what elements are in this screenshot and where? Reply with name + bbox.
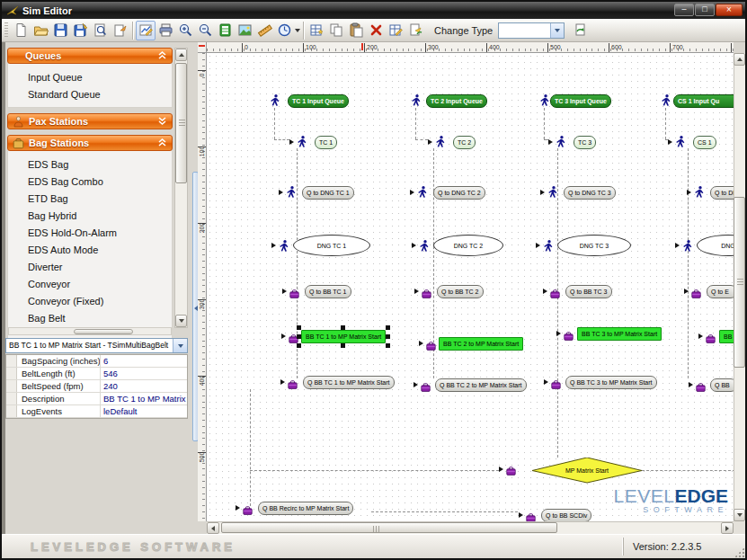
sidebar-header-pax-stations[interactable]: Pax Stations: [7, 113, 173, 129]
node-q-to-bb-tc-3[interactable]: Q to BB TC 3: [565, 285, 612, 298]
property-row-logevents[interactable]: LogEventsleDefault: [6, 405, 187, 418]
change-type-dropdown-button[interactable]: [550, 23, 564, 38]
sidebar-item-input-queue[interactable]: Input Queue: [8, 69, 172, 86]
chevron-up-icon[interactable]: [157, 50, 167, 62]
sidebar-item-conveyor[interactable]: Conveyor: [8, 276, 172, 293]
node-q-bb[interactable]: Q BB: [710, 378, 734, 392]
copy-button[interactable]: [326, 21, 346, 40]
sidebar-item-standard-queue[interactable]: Standard Queue: [8, 86, 172, 103]
canvas-hscroll-thumb[interactable]: [221, 522, 557, 533]
sidebar-item-diverter[interactable]: Diverter: [8, 259, 172, 276]
node-bb-cs[interactable]: BB CS: [719, 330, 734, 343]
change-type-combobox[interactable]: [498, 22, 565, 39]
node-tc-3[interactable]: TC 3: [574, 136, 596, 149]
node-dng[interactable]: DNG: [697, 235, 734, 256]
print-preview-button[interactable]: [90, 21, 110, 40]
canvas-scroll-left-button[interactable]: [207, 522, 219, 534]
node-q-to-e[interactable]: Q to E: [707, 285, 734, 298]
sidebar-list-hscrollbar[interactable]: [8, 327, 172, 335]
resize-grip[interactable]: [734, 547, 744, 557]
canvas-scroll-down-button[interactable]: [734, 509, 745, 521]
canvas-scroll-right-button[interactable]: [721, 522, 734, 534]
sidebar-item-eds-bag[interactable]: EDS Bag: [8, 156, 172, 173]
node-tc-1[interactable]: TC 1: [315, 136, 337, 149]
node-tc-2[interactable]: TC 2: [453, 136, 476, 149]
sim-time-button[interactable]: [274, 21, 294, 40]
property-row-bagspacing-inches[interactable]: BagSpacing (inches)6: [6, 355, 187, 368]
node-q-to-dng-tc-3[interactable]: Q to DNG TC 3: [564, 186, 616, 200]
node-dng-tc-2[interactable]: DNG TC 2: [433, 235, 503, 256]
selection-handle[interactable]: [297, 325, 301, 330]
open-button[interactable]: [31, 21, 50, 40]
node-dng-tc-3[interactable]: DNG TC 3: [557, 235, 631, 256]
sidebar-item-bag-belt[interactable]: Bag Belt: [8, 310, 172, 327]
node-cs-1-input-qu[interactable]: CS 1 Input Qu: [673, 94, 734, 108]
convert-page-button[interactable]: [405, 21, 425, 40]
canvas-vertical-scrollbar[interactable]: [734, 53, 745, 521]
sidebar-item-bag-hybrid[interactable]: Bag Hybrid: [8, 208, 172, 225]
sim-time-dropdown-caret[interactable]: [295, 29, 300, 32]
zoom-in-button[interactable]: [175, 21, 195, 40]
minimize-button[interactable]: –: [674, 4, 694, 16]
node-bb-tc-3-to-mp-matrix-start[interactable]: BB TC 3 to MP Matrix Start: [577, 327, 662, 341]
save-button[interactable]: [50, 21, 70, 40]
node-q-to-dng-tc-2[interactable]: Q to DNG TC 2: [433, 186, 485, 200]
sidebar-header-queues[interactable]: Queues: [7, 48, 173, 64]
node-q-bb-tc-1-to-mp-matrix-start[interactable]: Q BB TC 1 to MP Matrix Start: [303, 376, 395, 389]
node-mp-matrix-start[interactable]: MP Matrix Start: [532, 458, 642, 484]
sidebar-item-etd-bag[interactable]: ETD Bag: [8, 191, 172, 208]
save-as-button[interactable]: [70, 21, 90, 40]
property-value[interactable]: leDefault: [101, 405, 187, 417]
node-tc-3-input-queue[interactable]: TC 3 Input Queue: [550, 94, 611, 108]
canvas-scroll-up-button[interactable]: [734, 53, 745, 66]
measure-button[interactable]: [254, 21, 274, 40]
selected-object-dropdown-button[interactable]: [173, 339, 187, 352]
node-q-bb-tc-2-to-mp-matrix-start[interactable]: Q BB TC 2 to MP Matrix Start: [435, 378, 527, 392]
refresh-page-button[interactable]: [570, 21, 590, 40]
node-q-to-bb-tc-2[interactable]: Q to BB TC 2: [437, 285, 484, 298]
toolbar-grip[interactable]: [4, 22, 8, 39]
sidebar-item-eds-auto-mode[interactable]: EDS Auto Mode: [8, 242, 172, 259]
new-button[interactable]: [11, 21, 31, 40]
selection-handle[interactable]: [297, 343, 301, 348]
selection-handle[interactable]: [341, 325, 345, 330]
node-q-bb-recirc-to-mp-matrix-start[interactable]: Q BB Recirc to MP Matrix Start: [258, 502, 353, 515]
selection-handle[interactable]: [341, 343, 345, 348]
close-button[interactable]: ×: [716, 4, 743, 16]
title-bar[interactable]: Sim Editor – □ ×: [2, 2, 745, 19]
property-value[interactable]: 546: [101, 368, 187, 379]
node-bb-tc-1-to-mp-matrix-start[interactable]: BB TC 1 to MP Matrix Start: [301, 330, 386, 343]
sidebar-scrollbar[interactable]: [174, 48, 188, 328]
property-value[interactable]: 240: [101, 380, 187, 392]
node-tc-1-input-queue[interactable]: TC 1 Input Queue: [288, 94, 349, 108]
print-button[interactable]: [156, 21, 175, 40]
selection-handle[interactable]: [386, 343, 390, 348]
node-q-to-dn[interactable]: Q to DN: [710, 186, 734, 200]
node-dng-tc-1[interactable]: DNG TC 1: [293, 235, 370, 256]
sidebar-header-bag-stations[interactable]: Bag Stations: [7, 135, 173, 151]
property-value[interactable]: BB TC 1 to MP Matrix S...: [101, 393, 187, 404]
node-q-to-bb-tc-1[interactable]: Q to BB TC 1: [305, 285, 351, 298]
sidebar-item-eds-hold-on-alarm[interactable]: EDS Hold-On-Alarm: [8, 225, 172, 242]
chevron-up-icon[interactable]: [157, 138, 167, 149]
sidebar-scroll-up-button[interactable]: [175, 49, 187, 61]
export-button[interactable]: [110, 21, 129, 40]
canvas-vscroll-thumb[interactable]: [734, 197, 745, 368]
sidebar-item-conveyor-fixed[interactable]: Conveyor (Fixed): [8, 293, 172, 310]
node-tc-2-input-queue[interactable]: TC 2 Input Queue: [426, 94, 487, 108]
node-q-bb-tc-3-to-mp-matrix-start[interactable]: Q BB TC 3 to MP Matrix Start: [565, 376, 657, 389]
delete-button[interactable]: [366, 21, 386, 40]
property-value[interactable]: 6: [101, 355, 187, 367]
selection-handle[interactable]: [386, 325, 390, 330]
design-mode-button[interactable]: [136, 21, 156, 40]
canvas-horizontal-scrollbar[interactable]: [207, 521, 734, 534]
zoom-out-button[interactable]: [195, 21, 215, 40]
sidebar-scroll-thumb[interactable]: [175, 63, 187, 183]
node-cs-1[interactable]: CS 1: [693, 136, 716, 149]
paste-button[interactable]: [346, 21, 366, 40]
node-bb-tc-2-to-mp-matrix-start[interactable]: BB TC 2 to MP Matrix Start: [439, 337, 523, 351]
grid-add-button[interactable]: [307, 21, 326, 40]
maximize-button[interactable]: □: [695, 4, 715, 16]
image-button[interactable]: [235, 21, 254, 40]
property-row-beltspeed-fpm[interactable]: BeltSpeed (fpm)240: [6, 380, 187, 393]
